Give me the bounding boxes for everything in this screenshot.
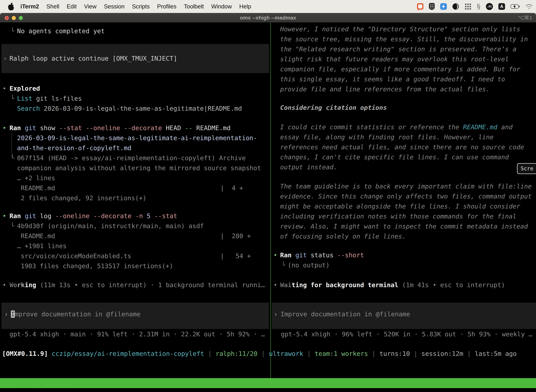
reasoning-paragraph-line: provide file and line references from th… — [280, 84, 536, 94]
bullet-icon: • — [2, 211, 6, 221]
commit-message-text: 4b9d30f (origin/main, instructkr/main, m… — [17, 221, 204, 231]
git-status-command: Ran git status --short — [280, 250, 364, 260]
right-prompt-input[interactable]: › Improve documentation in @filename — [272, 303, 536, 329]
waiting-status-text: Waiting for background terminal (1m 41s … — [280, 280, 505, 290]
keyboard-layout-icon[interactable]: A — [498, 3, 505, 10]
git-log-truncation: … +1901 lines — [17, 241, 270, 251]
text-cursor: I — [11, 311, 15, 318]
omx-session-time: session:12m — [421, 350, 463, 357]
right-terminal-pane[interactable]: However, I noticed the "Directory Struct… — [271, 23, 536, 392]
chat-bubble-icon[interactable] — [417, 3, 423, 10]
menu-item-help[interactable]: Help — [239, 3, 251, 10]
reasoning-paragraph-line: the "Related research writing" section i… — [280, 44, 536, 54]
git-log-stat-row-1: README.md | 280 + — [0, 231, 270, 241]
prompt-text: Improve documentation in @filename — [11, 309, 140, 319]
stat-filename: src/voice/voiceModeEnabled.ts — [21, 251, 131, 261]
crescent-circle-icon[interactable] — [452, 3, 459, 10]
explored-title: Explored — [10, 84, 40, 93]
reasoning-paragraph-line: slight risk that future readers may over… — [280, 54, 536, 64]
reasoning-paragraph-line: references need actual files, and since … — [280, 142, 536, 152]
menu-item-toolbelt[interactable]: Toolbelt — [184, 3, 204, 10]
blue-lightning-icon[interactable] — [440, 3, 447, 10]
shield-grid-icon[interactable] — [429, 3, 435, 10]
reasoning-paragraph-line: changes, I can't cite specific file line… — [280, 152, 536, 162]
terminal-content: └ No agents completed yet › Ralph loop a… — [0, 23, 536, 392]
iterm-window: omx --xhigh --madmax ⌥⌘1 └ No agents com… — [0, 13, 536, 392]
wifi-icon[interactable] — [526, 4, 533, 9]
ralph-injection-text: Ralph loop active continue [OMX_TMUX_INJ… — [10, 53, 177, 63]
menu-item-edit[interactable]: Edit — [67, 3, 77, 10]
prompt-chevron-icon: › — [4, 309, 8, 319]
bullet-icon: • — [273, 250, 277, 260]
menu-item-iterm2[interactable]: iTerm2 — [20, 3, 39, 10]
reasoning-paragraph-line: review. Also, I might want to inspect th… — [280, 221, 536, 231]
bullet-icon: • — [2, 84, 6, 93]
menu-item-session[interactable]: Session — [104, 3, 124, 10]
reasoning-paragraph-line: evidence. Since this change only affects… — [280, 191, 536, 201]
readme-link[interactable]: README.md — [463, 123, 497, 131]
menu-item-shell[interactable]: Shell — [46, 3, 59, 10]
menu-item-window[interactable]: Window — [211, 3, 232, 10]
window-title-bar[interactable]: omx --xhigh --madmax ⌥⌘1 — [0, 13, 536, 23]
git-status-output-line: └ (no output) — [271, 260, 536, 270]
reasoning-paragraph-line: this single essay, it seems like a good … — [280, 74, 536, 84]
right-session-status-line: gpt-5.4 xhigh · 96% left · 520K in · 5.8… — [281, 329, 536, 339]
screen-edge-tooltip: Scre — [517, 163, 536, 174]
git-show-truncation: … +2 lines — [17, 173, 270, 183]
menu-item-profiles[interactable]: Profiles — [157, 3, 176, 10]
working-status-text: Working (11m 13s • esc to interrupt) · 1… — [10, 280, 265, 290]
menu-item-view[interactable]: View — [84, 3, 96, 10]
battery-icon[interactable] — [511, 4, 520, 9]
git-log-output-line: └ 4b9d30f (origin/main, instructkr/main,… — [0, 221, 270, 231]
git-show-filename-line-1: 2026-03-09-is-legal-the-same-as-legitima… — [17, 133, 270, 143]
left-terminal-pane[interactable]: └ No agents completed yet › Ralph loop a… — [0, 23, 270, 392]
reasoning-paragraph-line: essay file, along with finding root file… — [280, 132, 536, 142]
explored-list-line: └ List git ls-files — [0, 93, 270, 103]
left-session-status-line: gpt-5.4 xhigh · main · 91% left · 2.31M … — [10, 329, 270, 339]
git-show-filename-line-2: and-the-erosion-of-copyleft.md — [17, 143, 270, 153]
left-prompt-input[interactable]: › Improve documentation in @filename — [1, 303, 269, 329]
dot-grid-icon[interactable] — [464, 3, 471, 10]
reasoning-paragraph-line: The team guideline is to back every impo… — [280, 181, 536, 191]
reasoning-paragraph-line: I could cite commit statistics or refere… — [280, 122, 536, 132]
window-title: omx --xhigh --madmax — [0, 15, 536, 21]
git-show-output-line-2: companion analysis without altering the … — [17, 163, 270, 173]
menu-item-scripts[interactable]: Scripts — [132, 3, 150, 10]
git-show-stat-row: README.md | 4 + — [0, 183, 270, 193]
git-log-command: Ran git log --oneline --decorate -n 5 --… — [10, 211, 177, 221]
bullet-icon: • — [273, 280, 277, 290]
tree-elbow-icon: └ — [10, 153, 14, 163]
menu-bar-status-icons: § ..61 A — [417, 2, 533, 10]
stat-count: | 54 + — [220, 251, 251, 261]
apple-icon — [8, 2, 14, 10]
pane-divider[interactable] — [270, 23, 271, 378]
apple-menu[interactable] — [8, 2, 14, 10]
reasoning-paragraph-line: the source tree, missing the essay. Stil… — [280, 34, 536, 44]
stat-count: | 280 + — [220, 231, 251, 241]
git-log-summary: 1903 files changed, 513517 insertions(+) — [21, 261, 270, 271]
tmux-status-bar: [omx-cczip0:bash* "MacBook-Pro-44.local"… — [0, 378, 536, 388]
right-prompt-line: › Improve documentation in @filename — [272, 309, 536, 319]
reasoning-paragraph-line: However, I noticed the "Directory Struct… — [280, 24, 536, 34]
tmux-session-window[interactable]: [omx-cczip0:bash* — [1, 388, 66, 392]
window-shortcut-hint: ⌥⌘1 — [518, 14, 532, 21]
list-action: List git ls-files — [17, 93, 82, 103]
waiting-status-line: • Waiting for background terminal (1m 41… — [271, 280, 536, 290]
working-status-line: • Working (11m 13s • esc to interrupt) ·… — [0, 280, 270, 290]
reasoning-heading: Considering citation options — [280, 103, 536, 112]
ralph-injection-box: › Ralph loop active continue [OMX_TMUX_I… — [1, 44, 269, 73]
no-output-text: (no output) — [288, 260, 330, 270]
stat-filename: README.md — [21, 231, 55, 241]
battery-percent-badge-icon[interactable]: ..61 — [486, 3, 493, 10]
omx-mode: ultrawork — [269, 350, 303, 357]
explored-header: • Explored — [0, 84, 270, 93]
squiggle-key-icon[interactable]: § — [477, 2, 480, 10]
explored-search-line: Search 2026-03-09-is-legal-the-same-as-l… — [0, 103, 270, 113]
chevron-icon: › — [3, 53, 7, 63]
macos-menu-bar: iTerm2 Shell Edit View Session Scripts P… — [0, 0, 536, 13]
left-prompt-line: › Improve documentation in @filename — [1, 309, 269, 319]
bullet-icon: • — [2, 123, 6, 133]
agents-note-line: └ No agents completed yet — [0, 26, 270, 36]
git-log-stat-row-2: src/voice/voiceModeEnabled.ts | 54 + — [0, 251, 270, 261]
commit-message-text: 067f154 (HEAD -> essay/ai-reimplementati… — [17, 153, 246, 163]
